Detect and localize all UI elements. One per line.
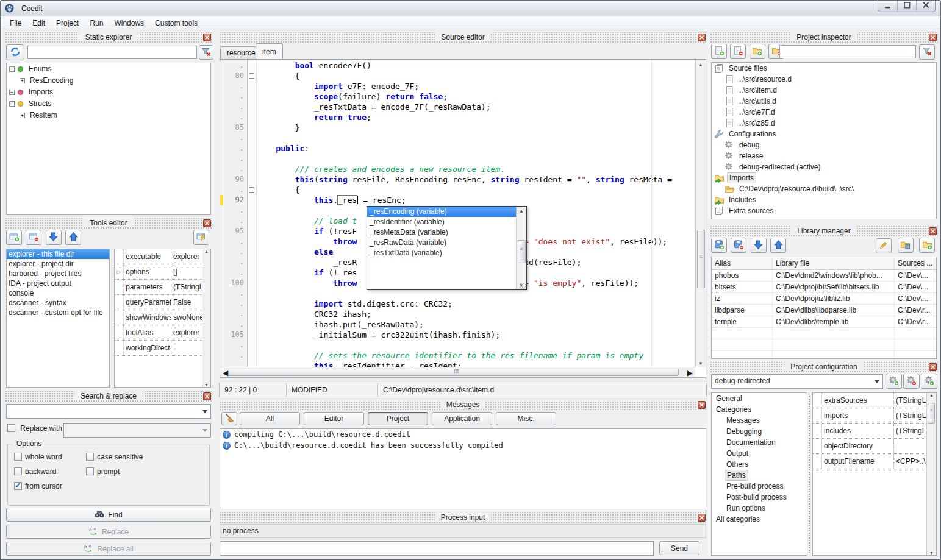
code-line[interactable]: . CRC32 ihash;	[220, 309, 706, 319]
column-header[interactable]: Alias	[712, 257, 773, 269]
replace-all-button[interactable]: ba Replace all	[6, 542, 211, 556]
project-tree-item[interactable]: ..\src\z85.d	[712, 118, 936, 129]
category-item[interactable]: Documentation	[712, 437, 807, 448]
category-item[interactable]: Run options	[712, 503, 807, 514]
grid-scrollbar[interactable]: ▲▼	[202, 249, 210, 387]
clear-messages-button[interactable]	[221, 412, 237, 425]
close-panel-button[interactable]	[203, 219, 211, 227]
menu-edit[interactable]: Edit	[27, 18, 51, 29]
tool-list-item[interactable]: explorer - project dir	[7, 259, 109, 269]
property-row[interactable]: extraSources(TStringL	[813, 393, 936, 408]
hscroll-thumb[interactable]	[229, 369, 679, 376]
category-item[interactable]: Output	[712, 448, 807, 459]
project-tree-item[interactable]: debug-redirected (active)	[712, 161, 936, 172]
table-header[interactable]: AliasLibrary fileSources ...	[712, 257, 936, 270]
move-down-button[interactable]	[751, 238, 767, 253]
close-panel-button[interactable]	[698, 514, 706, 522]
replace-button[interactable]: ba Replace	[6, 525, 211, 539]
completion-item[interactable]: _resIdentifier (variable)	[367, 217, 516, 227]
property-row[interactable]: parameters(TStringL	[115, 280, 210, 295]
project-tree-item[interactable]: Includes	[712, 194, 936, 205]
panel-header[interactable]: Source editor	[219, 32, 707, 43]
category-item[interactable]: General	[712, 393, 807, 404]
tool-list-item[interactable]: dscanner - custom opt for file	[7, 308, 109, 317]
symbol-filter-input[interactable]	[27, 46, 197, 59]
code-line[interactable]: . // sets the resource identifier to the…	[220, 350, 706, 361]
clone-configuration-button[interactable]	[921, 374, 937, 389]
code-line[interactable]: 92 this._res = resEnc;	[220, 195, 706, 205]
property-row[interactable]: workingDirect	[115, 341, 210, 356]
add-folder-button[interactable]	[750, 44, 765, 59]
minimize-button[interactable]	[878, 1, 897, 12]
menu-file[interactable]: File	[4, 18, 27, 29]
refresh-button[interactable]	[6, 44, 24, 60]
add-tool-button[interactable]	[6, 230, 22, 245]
code-line[interactable]: . /// creates and encodes a new resource…	[220, 164, 706, 174]
category-item[interactable]: Paths	[712, 470, 807, 481]
completion-scrollbar[interactable]: ▲▼	[516, 207, 526, 289]
column-header[interactable]: Library file	[773, 257, 895, 269]
project-tree-item[interactable]: Source files	[712, 63, 936, 74]
table-row[interactable]: templeC:\Dev\dlibs\temple.libC:\Dev\r...	[712, 316, 936, 328]
code-line[interactable]: . scope(failure) return false;	[220, 91, 706, 102]
menu-run[interactable]: Run	[84, 18, 109, 29]
move-up-button[interactable]	[65, 230, 81, 245]
panel-header[interactable]: Library manager	[710, 226, 938, 236]
code-line[interactable]: . return true;	[220, 112, 706, 122]
resize-grip-icon[interactable]	[520, 283, 526, 289]
menu-project[interactable]: Project	[51, 18, 84, 29]
move-down-button[interactable]	[46, 230, 62, 245]
property-row[interactable]: queryParametFalse	[115, 295, 210, 310]
close-panel-button[interactable]	[698, 401, 706, 409]
category-item[interactable]: All categories	[712, 514, 807, 525]
tool-list-item[interactable]: console	[7, 288, 109, 298]
category-item[interactable]: Pre-build process	[712, 481, 807, 492]
category-item[interactable]: Post-build process	[712, 492, 807, 503]
maximize-button[interactable]	[897, 1, 916, 12]
from-cursor-checkbox[interactable]	[14, 482, 22, 490]
message-item[interactable]: icompiling C:\...\build\resource.d.coedi…	[220, 429, 706, 440]
code-line[interactable]: . ihash.put(_resRawData);	[220, 319, 706, 330]
code-line[interactable]: . bool encodee7F()	[220, 60, 706, 71]
remove-configuration-button[interactable]	[903, 374, 920, 389]
replace-term-combobox[interactable]	[63, 423, 211, 438]
add-file-button[interactable]	[711, 44, 727, 59]
property-row[interactable]: outputFilename<CPP>..\	[813, 454, 936, 469]
close-panel-button[interactable]	[929, 34, 937, 41]
close-button[interactable]	[916, 1, 935, 12]
symbol-tree-item[interactable]: +ResEncoding	[7, 75, 210, 87]
panel-header[interactable]: Messages	[219, 400, 707, 410]
run-tool-button[interactable]	[193, 230, 209, 245]
project-tree-item[interactable]: ..\src\resource.d	[712, 74, 936, 85]
property-row[interactable]: executableexplorer	[115, 249, 210, 264]
project-tree-item[interactable]: Configurations	[712, 129, 936, 140]
library-from-project-button[interactable]	[898, 238, 914, 253]
inspector-filter-input[interactable]	[779, 45, 916, 58]
fold-collapse-icon[interactable]: −	[249, 73, 254, 79]
menu-windows[interactable]: Windows	[109, 18, 149, 29]
expand-icon[interactable]: +	[9, 90, 15, 95]
project-tree-item[interactable]: Extra sources	[712, 205, 936, 216]
add-library-folder-button[interactable]	[919, 238, 935, 253]
code-line[interactable]: .	[220, 340, 706, 350]
tool-list-item[interactable]: explorer - this file dir	[7, 249, 109, 259]
completion-item[interactable]: _resRawData (variable)	[367, 238, 516, 248]
symbol-tree-item[interactable]: −Enums	[7, 63, 210, 75]
symbol-tree-item[interactable]: −Structs	[7, 98, 210, 110]
filter-project-button[interactable]: Project	[368, 412, 428, 425]
symbol-tree-item[interactable]: +ResItem	[7, 110, 210, 121]
expand-icon[interactable]: +	[20, 78, 25, 83]
filter-editor-button[interactable]: Editor	[304, 412, 364, 425]
code-line[interactable]: . public:	[220, 143, 706, 154]
prompt-checkbox[interactable]	[86, 467, 94, 475]
case-sensitive-checkbox[interactable]	[86, 453, 94, 461]
category-item[interactable]: Debugging	[712, 426, 807, 437]
completion-scroll-thumb[interactable]	[518, 240, 526, 263]
panel-header[interactable]: Search & replace	[5, 391, 212, 402]
close-panel-button[interactable]	[203, 392, 211, 400]
code-line[interactable]: 105 _initialSum = crc322uint(ihash.finis…	[220, 330, 706, 340]
vscroll-thumb[interactable]	[697, 230, 705, 288]
collapse-icon[interactable]: −	[9, 101, 15, 107]
code-line[interactable]: 90 this(string resFile, ResEncoding resE…	[220, 174, 706, 185]
code-line[interactable]: .− {	[220, 185, 706, 195]
